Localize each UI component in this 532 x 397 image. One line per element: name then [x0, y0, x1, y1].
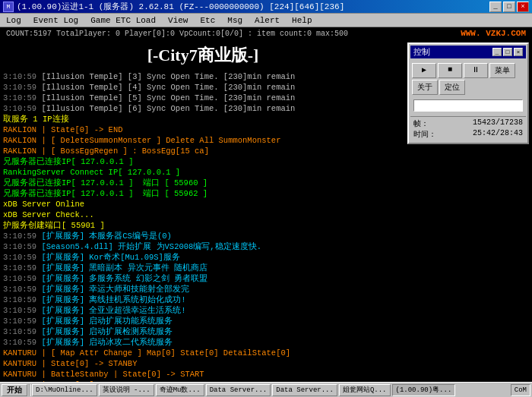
log-line: 3:10:59 [扩展服务] 启动冰攻二代系统服务 — [3, 337, 403, 348]
log-line: RAKLION | [ DeleteSummonMonster ] Delete… — [3, 135, 403, 146]
log-line: 兄服务器已连接IP[ 127.0.0.1 ] — [3, 156, 403, 167]
menu-item-msg[interactable]: Msg — [224, 16, 245, 25]
log-line: 3:10:59 [扩展服务] 启动扩展检测系统服务 — [3, 326, 403, 337]
menu-item-game-etc-load[interactable]: Game ETC Load — [87, 16, 159, 25]
minimize-button[interactable]: _ — [489, 2, 502, 12]
log-line: 取服务 1 IP连接 — [3, 114, 403, 124]
system-tray: CoM — [511, 384, 530, 396]
taskbar-task[interactable]: 英设说明 -... — [99, 384, 154, 396]
log-container: 3:10:59 [Illusion Temple] [3] Sync Open … — [3, 71, 403, 382]
control-input-area — [410, 98, 526, 113]
menu-item-view[interactable]: View — [165, 16, 191, 25]
control-button-▶[interactable]: ▶ — [412, 63, 436, 78]
title-bar-left: M (1.00.90)运进1-1 (服务器) 2.62.81 (FZ---000… — [3, 1, 344, 12]
website-text: WWW. VZKJ.COM — [461, 29, 526, 38]
taskbar-separator — [29, 384, 30, 396]
taskbar-task[interactable]: (1.00.90)粤... — [392, 384, 456, 396]
control-buttons-area: ▶■⏸菜单关于定位 — [410, 61, 526, 96]
log-line: 3:10:59 [扩展服务] 幸运大师和技能射全部发完 — [3, 284, 403, 295]
taskbar-task[interactable]: Data Server... — [272, 384, 337, 396]
log-line: RankingServer Connect IP[ 127.0.0.1 ] — [3, 167, 403, 178]
log-line: 3:10:59 [Illusion Temple] [5] Sync Open … — [3, 93, 403, 103]
start-button[interactable]: 开始 — [2, 384, 27, 396]
maximize-button[interactable]: □ — [503, 2, 515, 12]
menu-item-event-log[interactable]: Event Log — [30, 16, 81, 25]
time-value: 25:42/28:43 — [473, 129, 523, 140]
log-line: KANTURU | [ Map Attr Change ] Map[0] Sta… — [3, 348, 403, 358]
control-panel-title-text: 控制 — [413, 46, 430, 58]
log-line: 3:10:59 [扩展服务] 多服务系统 幻影之剑 勇者联盟 — [3, 273, 403, 284]
tray-time: CoM — [515, 386, 527, 394]
control-status: 帧： 15423/17238 时间： 25:42/28:43 — [410, 116, 526, 141]
console-area: [-City7商业版-] 3:10:59 [Illusion Temple] [… — [0, 39, 406, 382]
log-line: 3:10:59 [Season5.4.dll] 开始扩展 为VS2008编写,稳… — [3, 241, 403, 252]
cp-minimize[interactable]: _ — [492, 48, 502, 56]
close-button[interactable]: × — [517, 2, 529, 12]
taskbar: 开始 D:\MuOnline...英设说明 -...奇迹Mu数...Data S… — [0, 382, 532, 397]
time-label: 时间： — [413, 129, 436, 140]
log-line: 兄服务器已连接IP[ 127.0.0.1 ] 端口 [ 55960 ] — [3, 178, 403, 188]
log-line: 3:10:59 [扩展服务] 黑暗副本 异次元事件 随机商店 — [3, 263, 403, 273]
log-line: 3:10:59 [Illusion Temple] [4] Sync Open … — [3, 82, 403, 93]
taskbar-tasks: D:\MuOnline...英设说明 -...奇迹Mu数...Data Serv… — [32, 384, 455, 396]
taskbar-task[interactable]: D:\MuOnline... — [32, 384, 97, 396]
taskbar-task[interactable]: 姐瓮网站Q... — [339, 384, 391, 396]
log-line: 护服务创建端口[ 55901 ] — [3, 220, 403, 231]
log-line: xDB Server Online — [3, 199, 403, 210]
control-button-关于[interactable]: 关于 — [412, 80, 438, 95]
control-button-■[interactable]: ■ — [438, 63, 462, 78]
menu-item-etc[interactable]: Etc — [197, 16, 218, 25]
control-button-⏸[interactable]: ⏸ — [464, 63, 488, 78]
menu-item-alert[interactable]: Alert — [252, 16, 283, 25]
control-panel-title: 控制 _ □ × — [410, 46, 526, 58]
main-area: [-City7商业版-] 3:10:59 [Illusion Temple] [… — [0, 39, 532, 382]
log-line: 3:10:59 [扩展服务] Kor奇术[Mu1.09S]服务 — [3, 252, 403, 263]
server-banner: [-City7商业版-] — [3, 41, 403, 71]
time-status-row: 时间： 25:42/28:43 — [413, 129, 523, 140]
log-line: KANTURU | State[0] -> STANBY — [3, 358, 403, 369]
control-title-buttons: _ □ × — [492, 48, 523, 56]
cp-close[interactable]: × — [514, 48, 523, 56]
log-line: 3:10:59 [Illusion Temple] [3] Sync Open … — [3, 71, 403, 82]
taskbar-task[interactable]: 奇迹Mu数... — [156, 384, 204, 396]
frame-label: 帧： — [413, 118, 429, 129]
menu-item-log[interactable]: Log — [3, 16, 24, 25]
control-panel: 控制 _ □ × ▶■⏸菜单关于定位 帧： 15423/17238 时间： 25… — [407, 43, 529, 144]
log-line: xDB Server Check... — [3, 210, 403, 220]
frame-value: 15423/17238 — [473, 118, 523, 129]
taskbar-task[interactable]: Data Server... — [206, 384, 271, 396]
start-label: 开始 — [7, 385, 22, 395]
app-icon: M — [3, 2, 14, 12]
log-line: 3:10:59 [扩展服务] 本服务器CS编号是(0) — [3, 231, 403, 241]
control-button-菜单[interactable]: 菜单 — [489, 63, 515, 78]
title-bar-controls: _ □ × — [489, 2, 529, 12]
title-bar-text: (1.00.90)运进1-1 (服务器) 2.62.81 (FZ---00000… — [17, 1, 344, 12]
log-line: KANTURU | BattleStanby | State[0] -> STA… — [3, 369, 403, 380]
menu-item-help[interactable]: Help — [289, 16, 315, 25]
log-line: RAKLION | State[0] -> END — [3, 124, 403, 135]
control-input[interactable] — [413, 99, 523, 112]
menu-bar: LogEvent LogGame ETC LoadViewEtcMsgAlert… — [0, 14, 532, 27]
log-line: 3:10:59 [扩展服务] 全亚业超强幸运生活系统! — [3, 305, 403, 316]
log-line: 3:10:59 [扩展服务] 离线挂机系统初始化成功! — [3, 295, 403, 305]
log-line: 兄服务器已连接IP[ 127.0.0.1 ] 端口 [ 55962 ] — [3, 188, 403, 199]
control-button-定位[interactable]: 定位 — [439, 80, 465, 95]
title-bar: M (1.00.90)运进1-1 (服务器) 2.62.81 (FZ---000… — [0, 0, 532, 14]
log-line: RAKLION | [ BossEggRegen ] : BossEgg[15 … — [3, 146, 403, 156]
status-top-text: COUNT:5197 TotalPlayer: 0 Player[0]:0 Vp… — [6, 30, 348, 38]
log-line: 3:10:59 [Illusion Temple] [6] Sync Open … — [3, 103, 403, 114]
cp-maximize[interactable]: □ — [503, 48, 512, 56]
frame-status-row: 帧： 15423/17238 — [413, 118, 523, 129]
log-line: 3:10:59 [扩展服务] 启动扩展功能系统服务 — [3, 316, 403, 326]
status-bar-top: COUNT:5197 TotalPlayer: 0 Player[0]:0 Vp… — [0, 27, 532, 39]
